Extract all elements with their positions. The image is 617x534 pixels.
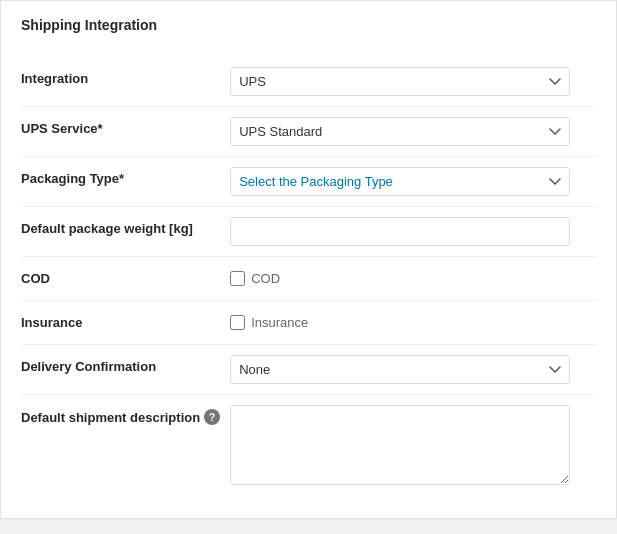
- delivery-confirmation-select[interactable]: None Delivery Confirmation Signature Req…: [230, 355, 570, 384]
- cod-label: COD: [21, 271, 50, 286]
- ups-service-label: UPS Service*: [21, 121, 103, 136]
- integration-select[interactable]: UPS FedEx USPS DHL: [230, 67, 570, 96]
- form-table: Integration UPS FedEx USPS DHL UPS Servi…: [21, 57, 596, 498]
- cod-checkbox[interactable]: [230, 271, 245, 286]
- packaging-type-label: Packaging Type*: [21, 171, 124, 186]
- package-weight-label: Default package weight [kg]: [21, 221, 193, 236]
- shipment-description-textarea[interactable]: [230, 405, 570, 485]
- table-row: Packaging Type* Select the Packaging Typ…: [21, 157, 596, 207]
- package-weight-input[interactable]: [230, 217, 570, 246]
- table-row: Integration UPS FedEx USPS DHL: [21, 57, 596, 107]
- insurance-label: Insurance: [21, 315, 82, 330]
- table-row: Default shipment description ?: [21, 395, 596, 499]
- shipment-description-label: Default shipment description: [21, 410, 200, 425]
- cod-checkbox-label: COD: [251, 271, 280, 286]
- shipment-description-label-wrapper: Default shipment description ?: [21, 409, 220, 425]
- insurance-checkbox-label: Insurance: [251, 315, 308, 330]
- insurance-checkbox-wrapper: Insurance: [230, 315, 596, 330]
- ups-service-select[interactable]: UPS Standard UPS Express UPS Ground: [230, 117, 570, 146]
- delivery-confirmation-label: Delivery Confirmation: [21, 359, 156, 374]
- table-row: COD COD: [21, 257, 596, 301]
- help-icon[interactable]: ?: [204, 409, 220, 425]
- cod-checkbox-wrapper: COD: [230, 271, 596, 286]
- packaging-type-select[interactable]: Select the Packaging Type Customer Packa…: [230, 167, 570, 196]
- table-row: Delivery Confirmation None Delivery Conf…: [21, 345, 596, 395]
- insurance-checkbox[interactable]: [230, 315, 245, 330]
- table-row: UPS Service* UPS Standard UPS Express UP…: [21, 107, 596, 157]
- table-row: Default package weight [kg]: [21, 207, 596, 257]
- section-title: Shipping Integration: [21, 17, 596, 41]
- table-row: Insurance Insurance: [21, 301, 596, 345]
- integration-label: Integration: [21, 71, 88, 86]
- shipping-integration-container: Shipping Integration Integration UPS Fed…: [0, 0, 617, 519]
